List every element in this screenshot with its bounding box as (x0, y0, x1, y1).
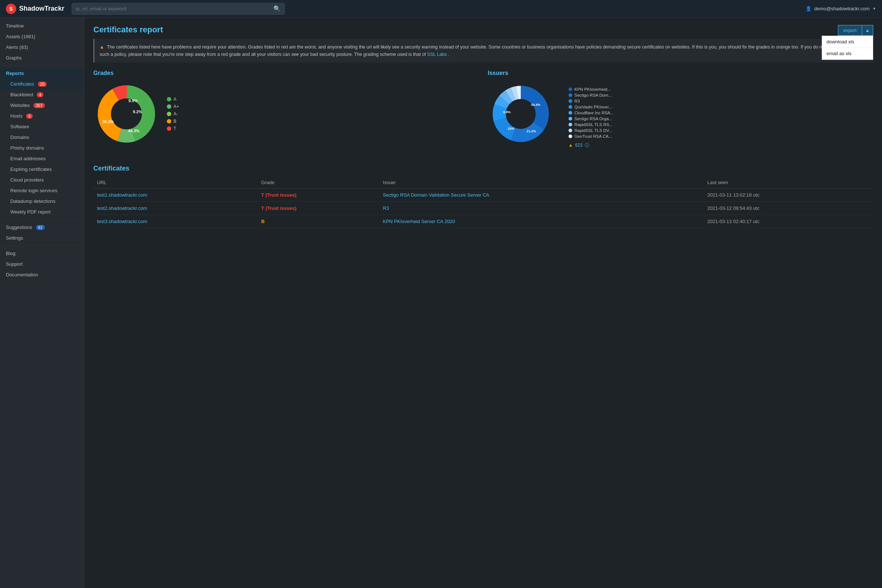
cell-lastseen-test3: 2021-03-13 02:40:17 utc (704, 215, 873, 228)
sidebar-item-label: Documentation (6, 272, 38, 278)
sidebar: Timeline Assets (1981) Alerts (83) Graph… (0, 18, 84, 588)
sidebar-item-label: Weekly PDF report (10, 209, 51, 214)
cell-grade-test1: T (Trust issues) (258, 189, 379, 202)
sidebar-item-domains[interactable]: Domains (0, 132, 84, 142)
legend-item-aminus: A- (167, 111, 179, 117)
sidebar-item-software[interactable]: Software (0, 121, 84, 132)
sidebar-item-certificates[interactable]: Certificates 25 (0, 79, 84, 89)
issuer-label-quovadis: QuoVadis PKIover... (574, 105, 612, 109)
user-dropdown-arrow[interactable]: ▼ (873, 7, 876, 10)
export-dropdown-toggle[interactable]: ▲ (862, 26, 873, 35)
grades-donut-svg: 9.9% 9.2% 44.3% 36.3% (93, 81, 159, 147)
legend-label-b: B (174, 119, 176, 124)
sidebar-divider (0, 65, 84, 66)
suggestions-badge: 82 (36, 225, 45, 230)
notice-text: The certificates listed here have proble… (100, 45, 863, 57)
legend-item-b: B (167, 119, 179, 124)
sidebar-item-label: Expiring certificates (10, 166, 52, 172)
svg-text:21.2%: 21.2% (526, 129, 536, 133)
sidebar-item-blog[interactable]: Blog (0, 248, 84, 259)
issuers-chart-container: 34.4% 21.2% 15% 9.9% KPN PKIoverheid... (488, 81, 873, 154)
col-issuer: Issuer (379, 177, 704, 189)
logo-icon: S (6, 4, 16, 14)
issuers-donut-svg: 34.4% 21.2% 15% 9.9% (488, 81, 554, 147)
sidebar-item-suggestions[interactable]: Suggestions 82 (0, 222, 84, 232)
svg-point-4 (111, 99, 142, 129)
issuer-label-sectigo-dom: Sectigo RSA Dom... (574, 93, 612, 98)
cell-lastseen-test2: 2021-03-12 09:54:43 utc (704, 202, 873, 215)
sidebar-item-expiring-certificates[interactable]: Expiring certificates (0, 164, 84, 175)
svg-text:34.4%: 34.4% (531, 103, 541, 106)
export-email-xls[interactable]: email as xls (822, 48, 873, 60)
cell-url: test2.shadowtrackr.com (93, 202, 258, 215)
issuer-dot-geotrust (568, 135, 572, 138)
sidebar-item-label: Websites (10, 102, 30, 108)
issuer-label-geotrust: GeoTrust RSA CA... (574, 134, 612, 138)
sidebar-item-label: Cloud providers (10, 177, 44, 183)
hosts-badge: 6 (26, 114, 33, 119)
cell-issuer-test1: Sectigo RSA Domain Validation Secure Ser… (379, 189, 704, 202)
sidebar-item-assets[interactable]: Assets (1981) (0, 31, 84, 42)
notice-box: ▲ The certificates listed here have prob… (93, 39, 873, 63)
sidebar-item-label: Suggestions (6, 225, 32, 230)
sidebar-item-label: Remote login services (10, 188, 57, 193)
issuer-legend-sectigo-orga: Sectigo RSA Orga... (568, 117, 614, 121)
sidebar-item-email-addresses[interactable]: Email addresses (0, 153, 84, 164)
sidebar-item-timeline[interactable]: Timeline (0, 21, 84, 31)
sidebar-item-remote-login[interactable]: Remote login services (0, 185, 84, 196)
cell-issuer-test3: KPN PKIoverheid Server CA 2020 (379, 215, 704, 228)
sidebar-item-alerts[interactable]: Alerts (83) (0, 42, 84, 52)
table-header: URL Grade Issuer Last seen (93, 177, 873, 189)
svg-text:9.2%: 9.2% (133, 110, 142, 114)
sidebar-item-blacklisted[interactable]: Blacklisted 4 (0, 89, 84, 100)
legend-item-aplus: A+ (167, 104, 179, 109)
sidebar-item-label: Certificates (10, 81, 34, 87)
issuer-label-rapidssl-rs: RapidSSL TLS RS... (574, 122, 613, 127)
search-icon[interactable]: 🔍 (273, 5, 281, 12)
export-button[interactable]: export (838, 26, 862, 35)
export-download-xls[interactable]: download xls (822, 36, 873, 48)
svg-text:15%: 15% (507, 127, 514, 130)
issuer-legend-cloudflare: Cloudflare Inc RSA... (568, 111, 614, 115)
search-bar[interactable]: 🔍 (72, 3, 285, 15)
table-body: test1.shadowtrackr.com T (Trust issues) … (93, 189, 873, 228)
sidebar-item-support[interactable]: Support (0, 259, 84, 269)
sidebar-item-label: Blog (6, 250, 15, 256)
page-title: Certificates report (93, 25, 873, 34)
certificates-badge: 25 (38, 82, 46, 87)
sidebar-item-reports[interactable]: Reports (0, 68, 84, 79)
blacklisted-badge: 4 (37, 92, 44, 98)
issuer-link-test2[interactable]: R3 (383, 206, 389, 211)
issuer-label-kpn: KPN PKIoverheid... (574, 87, 611, 92)
legend-item-t: T (167, 126, 179, 131)
grades-chart-section: Grades (93, 70, 479, 154)
cell-grade-test2: T (Trust issues) (258, 202, 379, 215)
sidebar-item-label: Datadump detections (10, 198, 56, 204)
sidebar-item-datadump[interactable]: Datadump detections (0, 196, 84, 207)
notice-end: . (448, 52, 450, 57)
issuer-dot-kpn (568, 87, 572, 91)
issuer-link-test1[interactable]: Sectigo RSA Domain Validation Secure Ser… (383, 192, 489, 198)
issuer-dot-quovadis (568, 105, 572, 109)
col-grade: Grade (258, 177, 379, 189)
sidebar-item-phishy-domains[interactable]: Phishy domains (0, 142, 84, 153)
url-link-test2[interactable]: test2.shadowtrackr.com (97, 206, 147, 211)
search-input[interactable] (76, 6, 271, 11)
ssl-labs-link[interactable]: SSL Labs (427, 52, 447, 57)
issuer-legend-quovadis: QuoVadis PKIover... (568, 105, 614, 109)
sidebar-item-label: Email addresses (10, 156, 46, 161)
sidebar-item-documentation[interactable]: Documentation (0, 269, 84, 280)
url-link-test1[interactable]: test1.shadowtrackr.com (97, 192, 147, 198)
cell-grade-test3: B (258, 215, 379, 228)
sidebar-item-cloud-providers[interactable]: Cloud providers (0, 175, 84, 185)
svg-text:9.9%: 9.9% (503, 110, 511, 114)
sidebar-item-websites[interactable]: Websites 357 (0, 100, 84, 111)
sidebar-item-settings[interactable]: Settings (0, 232, 84, 243)
sidebar-item-graphs[interactable]: Graphs (0, 52, 84, 63)
sidebar-item-hosts[interactable]: Hosts 6 (0, 111, 84, 121)
issuer-link-test3[interactable]: KPN PKIoverheid Server CA 2020 (383, 219, 455, 224)
issuer-label-cloudflare: Cloudflare Inc RSA... (574, 111, 614, 115)
url-link-test3[interactable]: test3.shadowtrackr.com (97, 219, 147, 224)
sidebar-item-weekly-pdf[interactable]: Weekly PDF report (0, 207, 84, 217)
issuer-legend-sectigo-dom: Sectigo RSA Dom... (568, 93, 614, 98)
